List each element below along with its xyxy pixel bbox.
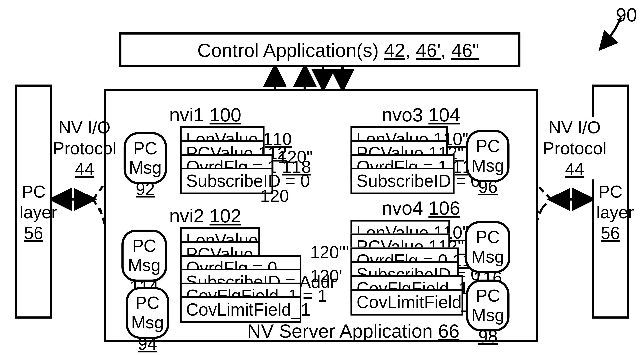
label-120p: 120' — [310, 266, 342, 286]
nvi1-row3: SubscribeID = 0 — [180, 168, 273, 194]
figure-ref-90: 90 — [616, 4, 637, 25]
control-app-ref1: 46' — [416, 39, 441, 61]
nv-server-text: NV Server Application — [247, 320, 433, 342]
pcmsg-98: PCMsg98 — [466, 280, 510, 332]
label-120pp: 120" — [278, 147, 312, 166]
nvio-left-label: NV I/O Protocol 44 — [52, 117, 117, 180]
nvo4-row5: CovLimitField_1 — [350, 289, 463, 316]
control-app-ref2: 46" — [451, 39, 480, 61]
nv-server-ref: 66 — [438, 320, 460, 342]
pcmsg-116: PCMsg116 — [465, 221, 510, 273]
control-application-label: Control Application(s) 42, 46', 46" — [197, 40, 480, 61]
pc-layer-right-label: PC layer 56 — [596, 181, 625, 244]
nvi2-row5: CovLimitField_1 — [180, 297, 302, 323]
nvio-right-label: NV I/O Protocol 44 — [542, 117, 607, 180]
nvo4-banner-text: nvo4 106 — [382, 197, 460, 219]
pcmsg-96: PCMsg96 — [466, 130, 510, 182]
pcmsg-94: PCMsg94 — [126, 287, 169, 339]
control-app-text: Control Application(s) — [197, 39, 379, 61]
control-app-ref0: 42 — [384, 39, 406, 61]
label-120ppp: 120''' — [310, 243, 349, 262]
label-120: 120 — [260, 186, 289, 205]
pcmsg-114: PCMsg114 — [122, 230, 167, 282]
nvi1-banner-text: nvi1 100 — [169, 104, 241, 125]
pcmsg-92: PCMsg92 — [124, 132, 167, 184]
nv-server-label: NV Server Application 66 — [247, 321, 460, 342]
nvo3-row3: SubscribeID = 0 — [350, 168, 454, 194]
nvo3-banner-text: nvo3 104 — [382, 104, 460, 125]
pc-layer-left-label: PC layer 56 — [20, 181, 48, 244]
nvi2-banner-text: nvi2 102 — [169, 205, 241, 227]
